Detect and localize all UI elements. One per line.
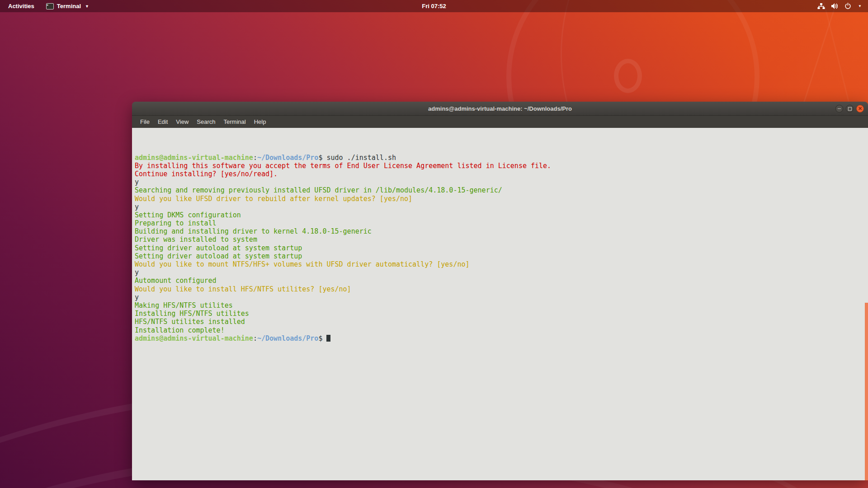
terminal-menubar: FileEditViewSearchTerminalHelp [132, 116, 868, 128]
terminal-line: HFS/NTFS utilites installed [135, 318, 868, 326]
terminal-line: Would you like to mount NTFS/HFS+ volume… [135, 260, 868, 268]
window-title: admins@admins-virtual-machine: ~/Downloa… [428, 105, 572, 112]
chevron-down-icon: ▼ [858, 4, 862, 8]
menu-item-view[interactable]: View [172, 116, 193, 128]
terminal-line: Automount configured [135, 277, 868, 285]
terminal-line: Searching and removing previously instal… [135, 186, 868, 194]
top-bar: Activities Terminal ▼ Fri 07:52 [0, 0, 868, 12]
clock[interactable]: Fri 07:52 [417, 0, 450, 12]
window-controls: ✕ [835, 102, 864, 116]
chevron-down-icon: ▼ [85, 4, 89, 9]
close-button[interactable]: ✕ [856, 105, 864, 113]
app-menu-terminal[interactable]: Terminal ▼ [41, 0, 94, 12]
menu-item-terminal[interactable]: Terminal [220, 116, 250, 128]
terminal-cursor [326, 335, 330, 342]
terminal-line: y [135, 268, 868, 277]
volume-icon [831, 3, 839, 9]
terminal-line: Driver was installed to system [135, 235, 868, 244]
terminal-line: Would you like UFSD driver to rebuild af… [135, 195, 868, 203]
terminal-line: admins@admins-virtual-machine:~/Download… [135, 334, 868, 343]
terminal-line: Setting DKMS configuration [135, 211, 868, 219]
terminal-viewport[interactable]: admins@admins-virtual-machine:~/Download… [132, 128, 868, 480]
network-icon [817, 3, 825, 9]
terminal-line: Building and installing driver to kernel… [135, 227, 868, 235]
window-titlebar[interactable]: admins@admins-virtual-machine: ~/Downloa… [132, 102, 868, 116]
terminal-line: Installing HFS/NTFS utilites [135, 310, 868, 318]
terminal-line: Would you like to install HFS/NTFS utili… [135, 285, 868, 293]
terminal-line: Setting driver autoload at system startu… [135, 252, 868, 260]
terminal-line: Continue installing? [yes/no/read]. [135, 170, 868, 178]
terminal-app-icon [46, 3, 54, 9]
activities-button[interactable]: Activities [0, 0, 41, 12]
terminal-line: Setting driver autoload at system startu… [135, 244, 868, 252]
power-icon [844, 3, 851, 9]
app-menu-label: Terminal [57, 3, 81, 9]
terminal-line: y [135, 293, 868, 301]
menu-item-edit[interactable]: Edit [154, 116, 172, 128]
menu-item-file[interactable]: File [136, 116, 154, 128]
terminal-line: Making HFS/NTFS utilites [135, 301, 868, 310]
minimize-button[interactable] [835, 105, 843, 113]
maximize-button[interactable] [846, 105, 854, 113]
terminal-line: Preparing to install [135, 219, 868, 227]
terminal-line: y [135, 203, 868, 211]
menu-item-help[interactable]: Help [250, 116, 270, 128]
terminal-line: admins@admins-virtual-machine:~/Download… [135, 154, 868, 162]
desktop: Activities Terminal ▼ Fri 07:52 [0, 0, 868, 488]
system-status-area[interactable]: ▼ [814, 0, 865, 12]
terminal-line: Installation complete! [135, 326, 868, 334]
scrollbar-thumb[interactable] [865, 303, 868, 480]
menu-item-search[interactable]: Search [193, 116, 219, 128]
terminal-line: y [135, 178, 868, 186]
terminal-line: By installing this software you accept t… [135, 162, 868, 170]
terminal-window: admins@admins-virtual-machine: ~/Downloa… [132, 102, 868, 480]
